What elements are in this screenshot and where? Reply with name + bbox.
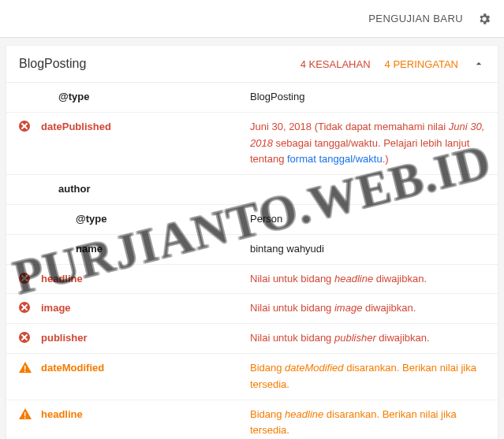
table-row: headline Bidang headline disarankan. Ber… [6,400,498,439]
val-headline-err: Nilai untuk bidang headline diwajibkan. [250,271,485,288]
val-publisher-err: Nilai untuk bidang publisher diwajibkan. [250,330,485,347]
error-icon [19,332,30,343]
val-author-name: bintang wahyudi [250,241,485,258]
key-headline-err: headline [41,271,250,288]
table-row: author [6,175,498,205]
key-author: author [41,181,250,198]
chevron-up-icon[interactable] [472,58,485,70]
new-test-button[interactable]: PENGUJIAN BARU [368,13,463,24]
key-type: @type [41,89,250,106]
error-icon [19,121,30,132]
key-image-err: image [41,300,250,317]
format-link[interactable]: format tanggal/waktu [287,153,383,165]
key-headline-warn: headline [41,407,250,423]
errors-badge: 4 KESALAHAN [301,58,371,70]
warnings-badge: 4 PERINGATAN [385,58,458,70]
table-row: @type BlogPosting [6,83,498,113]
val-author-type: Person [250,211,485,228]
table-row: @type Person [6,205,498,235]
table-row: datePublished Juni 30, 2018 (Tidak dapat… [6,113,498,175]
result-card: BlogPosting 4 KESALAHAN 4 PERINGATAN @ty… [6,45,498,439]
table-row: dateModified Bidang dateModified disaran… [6,354,498,400]
error-icon [19,302,30,313]
table-row: name bintang wahyudi [6,235,498,265]
warning-icon [19,362,32,373]
val-datepublished: Juni 30, 2018 (Tidak dapat memahami nila… [250,119,485,168]
table-row: publisher Nilai untuk bidang publisher d… [6,324,498,354]
table-row: image Nilai untuk bidang image diwajibka… [6,294,498,324]
key-author-name: name [41,241,250,258]
val-type: BlogPosting [250,89,485,106]
key-publisher-err: publisher [41,330,250,347]
val-headline-warn: Bidang headline disarankan. Berikan nila… [250,407,485,439]
key-author-type: @type [41,211,250,228]
topbar: PENGUJIAN BARU [0,0,504,38]
section-header[interactable]: BlogPosting 4 KESALAHAN 4 PERINGATAN [6,46,498,83]
warning-icon [19,408,32,419]
val-image-err: Nilai untuk bidang image diwajibkan. [250,300,485,317]
section-title: BlogPosting [19,57,301,71]
key-datepublished: datePublished [41,119,250,136]
val-datemodified-warn: Bidang dateModified disarankan. Berikan … [250,360,485,393]
key-datemodified-warn: dateModified [41,360,250,377]
table-row: headline Nilai untuk bidang headline diw… [6,265,498,295]
error-icon [19,273,30,284]
gear-icon[interactable] [477,12,491,26]
